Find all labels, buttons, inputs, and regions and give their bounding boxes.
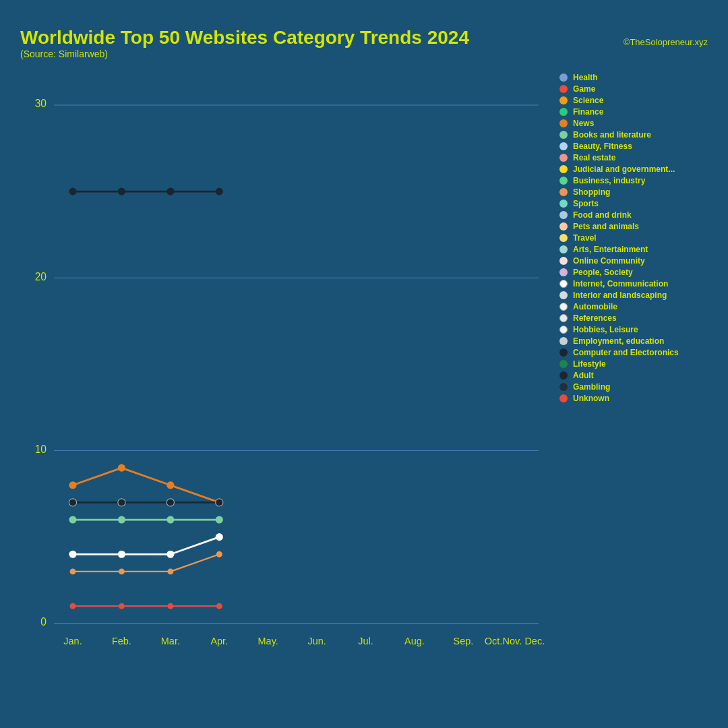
- svg-point-55: [119, 603, 125, 609]
- legend-item: Internet, Communication: [559, 279, 708, 289]
- legend-dot: [559, 73, 568, 82]
- legend-label: Employment, education: [573, 336, 664, 346]
- legend-dot: [559, 142, 568, 150]
- svg-line-18: [171, 485, 219, 503]
- svg-text:Feb.: Feb.: [112, 636, 131, 646]
- legend-label: Health: [573, 73, 598, 82]
- legend-dot: [559, 291, 568, 299]
- legend-dot: [559, 303, 568, 311]
- svg-text:Apr.: Apr.: [210, 636, 228, 646]
- svg-text:Jun.: Jun.: [307, 636, 326, 646]
- main-container: Worldwide Top 50 Websites Category Trend…: [0, 0, 728, 728]
- legend-label: News: [573, 119, 594, 128]
- legend-dot: [559, 200, 568, 208]
- legend-item: Health: [559, 73, 708, 82]
- svg-line-39: [171, 537, 219, 555]
- legend-item: Adult: [559, 371, 708, 380]
- legend-item: Automobile: [559, 302, 708, 311]
- legend-dot: [559, 211, 568, 219]
- legend-item: Shopping: [559, 187, 708, 197]
- legend-item: Lifestyle: [559, 359, 708, 369]
- svg-line-46: [171, 554, 219, 572]
- svg-line-17: [121, 468, 170, 485]
- chart-area: 30 20 10 0: [20, 66, 546, 728]
- legend-dot: [559, 96, 568, 104]
- legend-label: Finance: [573, 107, 603, 117]
- legend-dot: [559, 131, 568, 139]
- svg-text:10: 10: [35, 444, 47, 455]
- svg-point-48: [119, 568, 125, 574]
- legend-label: Sports: [573, 199, 599, 208]
- legend-label: Adult: [573, 371, 594, 380]
- svg-point-54: [70, 603, 76, 609]
- svg-line-16: [73, 468, 121, 485]
- svg-point-36: [216, 499, 223, 506]
- svg-point-33: [69, 499, 76, 506]
- legend-label: Computer and Electoronics: [573, 348, 679, 357]
- legend-dot: [559, 383, 568, 391]
- legend-label: Travel: [573, 233, 597, 243]
- legend-label: Pets and animals: [573, 222, 639, 231]
- legend-dot: [559, 119, 568, 127]
- svg-point-35: [166, 499, 174, 506]
- header: Worldwide Top 50 Websites Category Trend…: [20, 27, 708, 59]
- legend-dot: [559, 348, 568, 357]
- legend-item: News: [559, 119, 708, 128]
- legend-item: Arts, Entertainment: [559, 245, 708, 254]
- legend-item: Real estate: [559, 153, 708, 162]
- svg-point-15: [216, 188, 223, 195]
- svg-point-57: [216, 603, 222, 609]
- svg-point-19: [69, 481, 76, 489]
- svg-text:Mar.: Mar.: [161, 636, 180, 646]
- legend-dot: [559, 177, 568, 185]
- legend-dot: [559, 108, 568, 116]
- legend-item: Books and literature: [559, 130, 708, 140]
- legend-item: Finance: [559, 107, 708, 117]
- legend-dot: [559, 245, 568, 253]
- legend-item: Unknown: [559, 394, 708, 403]
- legend-dot: [559, 326, 568, 334]
- legend-item: Hobbies, Leisure: [559, 325, 708, 334]
- legend-dot: [559, 234, 568, 242]
- legend-item: Beauty, Fitness: [559, 142, 708, 151]
- legend-dot: [559, 222, 568, 231]
- svg-point-50: [216, 551, 222, 557]
- chart-content: 30 20 10 0: [20, 66, 708, 728]
- attribution: ©TheSolopreneur.xyz: [624, 37, 708, 47]
- svg-text:30: 30: [35, 98, 47, 109]
- legend-item: Online Community: [559, 256, 708, 266]
- svg-text:Jul.: Jul.: [358, 636, 373, 646]
- legend-item: Employment, education: [559, 336, 708, 346]
- legend-label: Business, industry: [573, 176, 645, 185]
- legend-dot: [559, 165, 568, 173]
- legend-label: Gambling: [573, 382, 610, 392]
- legend-item: Food and drink: [559, 210, 708, 220]
- legend-item: Sports: [559, 199, 708, 208]
- svg-point-27: [118, 516, 125, 523]
- legend-label: Unknown: [573, 394, 609, 403]
- svg-point-42: [166, 551, 174, 558]
- legend-label: References: [573, 313, 617, 323]
- svg-point-28: [166, 516, 174, 523]
- legend-item: Judicial and government...: [559, 164, 708, 174]
- svg-text:Oct.: Oct.: [485, 636, 503, 646]
- legend-label: Online Community: [573, 256, 645, 266]
- svg-text:Nov.: Nov.: [503, 636, 522, 646]
- legend: HealthGameScienceFinanceNewsBooks and li…: [559, 66, 708, 728]
- svg-point-47: [70, 568, 76, 574]
- svg-text:May.: May.: [258, 636, 278, 646]
- legend-label: Hobbies, Leisure: [573, 325, 638, 334]
- legend-label: Science: [573, 96, 603, 105]
- legend-dot: [559, 154, 568, 162]
- legend-item: Game: [559, 84, 708, 94]
- svg-point-14: [166, 188, 174, 195]
- svg-point-12: [69, 188, 76, 195]
- legend-label: Beauty, Fitness: [573, 142, 632, 151]
- svg-text:20: 20: [35, 271, 47, 282]
- legend-dot: [559, 394, 568, 402]
- legend-label: People, Society: [573, 268, 633, 277]
- legend-item: Science: [559, 96, 708, 105]
- svg-text:Jan.: Jan.: [63, 636, 82, 646]
- legend-item: Gambling: [559, 382, 708, 392]
- legend-label: Arts, Entertainment: [573, 245, 648, 254]
